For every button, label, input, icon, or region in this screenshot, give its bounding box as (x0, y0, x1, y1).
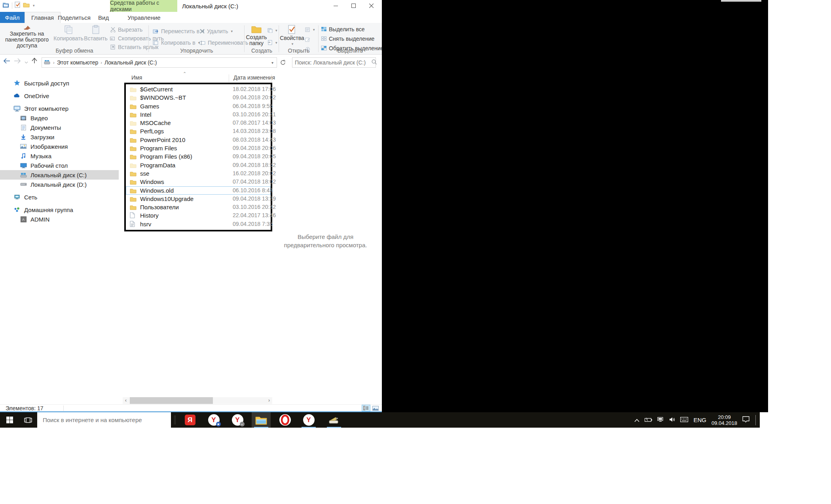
sidebar-item-music[interactable]: Музыка (0, 151, 119, 161)
thumbnails-view-button[interactable] (371, 405, 380, 411)
table-row[interactable]: Пользователи03.10.2016 20:32 (126, 203, 271, 211)
table-row-hovered[interactable]: Windows.old06.10.2016 8:43 (126, 186, 271, 195)
details-view-button[interactable] (362, 405, 370, 411)
open-button[interactable]: ▾ (305, 25, 315, 34)
table-row[interactable]: sse16.02.2018 20:02 (126, 169, 271, 178)
onedrive-cloud-icon (13, 93, 21, 98)
sidebar-item-pictures[interactable]: Изображения (0, 142, 119, 151)
column-header-name[interactable]: Имя (131, 74, 142, 81)
start-button[interactable] (0, 412, 19, 428)
rename-button[interactable]: Переименовать (199, 38, 249, 47)
qat-properties-button[interactable] (15, 2, 21, 9)
paste-button[interactable]: Вставить (83, 23, 108, 49)
sidebar-item-network[interactable]: Сеть (0, 192, 119, 202)
battery-icon[interactable] (645, 417, 652, 424)
group-label-create: Создать (245, 47, 279, 54)
edit-button[interactable] (305, 35, 315, 44)
taskbar-icon-file-explorer[interactable] (252, 412, 271, 428)
sidebar-item-this-pc[interactable]: Этот компьютер (0, 104, 119, 113)
taskbar-icon-yandex-browser-star[interactable]: Y★ (204, 412, 223, 428)
table-row[interactable]: Games06.04.2018 9:55 (126, 102, 271, 110)
scroll-left-icon[interactable]: ‹ (123, 397, 129, 404)
table-row[interactable]: hsrv09.04.2018 7:35 (126, 220, 271, 228)
taskbar-search-input[interactable] (37, 417, 171, 423)
taskbar-icon-usb-utility[interactable] (324, 412, 343, 428)
easy-access-button[interactable]: ▾ (268, 38, 277, 47)
taskbar-icon-opera[interactable] (275, 412, 294, 428)
minimize-button[interactable] (327, 0, 345, 11)
scroll-right-icon[interactable]: › (266, 397, 272, 404)
breadcrumb-this-pc[interactable]: Этот компьютер (55, 59, 100, 66)
forward-button[interactable] (14, 58, 21, 65)
qat-customize-dropdown[interactable]: ▾ (33, 4, 35, 8)
show-desktop-divider[interactable] (755, 415, 756, 425)
clock[interactable]: 20:09 09.04.2018 (711, 414, 737, 426)
action-center-icon[interactable] (742, 416, 749, 424)
close-button[interactable] (362, 0, 380, 11)
table-row[interactable]: Windows07.04.2018 18:02 (126, 178, 271, 186)
select-all-button[interactable]: Выделить все (321, 25, 383, 33)
scrollbar-track[interactable] (129, 397, 266, 404)
sidebar-item-quick-access[interactable]: Быстрый доступ (0, 78, 119, 88)
address-dropdown-icon[interactable]: ▾ (268, 61, 277, 65)
hidden-icons-chevron-icon[interactable] (634, 417, 639, 424)
table-row[interactable]: Program Files09.04.2018 20:06 (126, 144, 271, 152)
table-row[interactable]: Intel03.10.2016 20:21 (126, 110, 271, 119)
qat-new-folder-button[interactable] (23, 2, 30, 9)
table-row[interactable]: ProgramData09.04.2018 18:52 (126, 161, 271, 169)
search-box[interactable] (292, 57, 376, 68)
sidebar-item-documents[interactable]: Документы (0, 123, 119, 132)
language-indicator[interactable]: ENG (693, 417, 706, 423)
address-bar[interactable]: › Этот компьютер › Локальный диск (C:) ▾ (42, 57, 277, 68)
sidebar-item-admin[interactable]: A ADMIN (0, 214, 119, 224)
sidebar-item-videos[interactable]: Видео (0, 113, 119, 123)
table-row[interactable]: Windows10Upgrade09.04.2018 13:29 (126, 195, 271, 203)
sidebar-item-downloads[interactable]: Загрузки (0, 132, 119, 142)
sidebar-item-homegroup[interactable]: Домашняя группа (0, 205, 119, 214)
pin-to-quick-access-button[interactable]: Закрепить на панели быстрого доступа (2, 23, 52, 49)
table-row[interactable]: $WINDOWS.~BT09.04.2018 20:02 (126, 93, 271, 102)
up-button[interactable] (32, 58, 37, 65)
breadcrumb-current[interactable]: Локальный диск (C:) (103, 59, 159, 66)
task-view-button[interactable] (19, 412, 37, 428)
table-row[interactable]: PowerPoint 201008.03.2018 14:43 (126, 136, 271, 144)
copy-button[interactable]: Копировать (54, 23, 83, 49)
table-row[interactable]: MSOCache07.08.2017 14:03 (126, 119, 271, 127)
drive-icon (20, 183, 27, 186)
copy-to-button[interactable]: Копировать в▾ (153, 38, 204, 47)
taskbar-icon-yandex-browser-mic[interactable]: Y• (228, 412, 247, 428)
volume-icon[interactable] (669, 417, 675, 424)
table-row[interactable]: Program Files (x86)09.04.2018 20:05 (126, 152, 271, 161)
sidebar-item-desktop[interactable]: Рабочий стол (0, 161, 119, 170)
table-row[interactable]: History22.04.2017 13:46 (126, 211, 271, 220)
tab-view[interactable]: Вид (92, 12, 115, 23)
tab-manage[interactable]: Управление (121, 12, 167, 23)
back-button[interactable] (3, 58, 10, 65)
search-input[interactable] (292, 59, 369, 66)
maximize-button[interactable] (345, 0, 362, 11)
column-header-date[interactable]: Дата изменения (233, 74, 275, 81)
move-to-button[interactable]: Переместить в▾ (153, 27, 204, 35)
refresh-button[interactable] (278, 57, 288, 68)
tab-share[interactable]: Поделиться (51, 12, 97, 23)
sidebar-item-onedrive[interactable]: OneDrive (0, 91, 119, 100)
table-row[interactable]: PerfLogs14.03.2018 23:08 (126, 127, 271, 135)
sidebar-item-local-disk-d[interactable]: Локальный диск (D:) (0, 180, 119, 189)
keyboard-icon[interactable] (680, 417, 688, 424)
sidebar-item-local-disk-c[interactable]: Локальный диск (C:) (0, 170, 119, 180)
horizontal-scrollbar[interactable]: ‹ › (123, 397, 272, 404)
new-folder-button[interactable]: Создать папку (245, 23, 268, 49)
properties-button[interactable]: Свойства ▾ (281, 23, 304, 49)
tab-file[interactable]: Файл (0, 12, 25, 23)
taskbar-search-box[interactable] (37, 412, 171, 428)
delete-button[interactable]: Удалить▾ (199, 27, 249, 35)
taskbar-icon-yandex-search[interactable]: Я (180, 412, 199, 428)
new-item-button[interactable]: ▾ (268, 26, 277, 34)
table-row[interactable]: $GetCurrent18.02.2018 17:06 (126, 85, 271, 93)
scrollbar-thumb[interactable] (130, 397, 213, 404)
select-none-button[interactable]: Снять выделение (321, 34, 383, 43)
recent-locations-dropdown[interactable] (25, 58, 28, 65)
sort-ascending-icon[interactable]: ⌃ (183, 71, 186, 76)
network-icon[interactable] (657, 417, 664, 424)
taskbar-icon-yandex-browser-2[interactable]: Y (299, 412, 318, 428)
